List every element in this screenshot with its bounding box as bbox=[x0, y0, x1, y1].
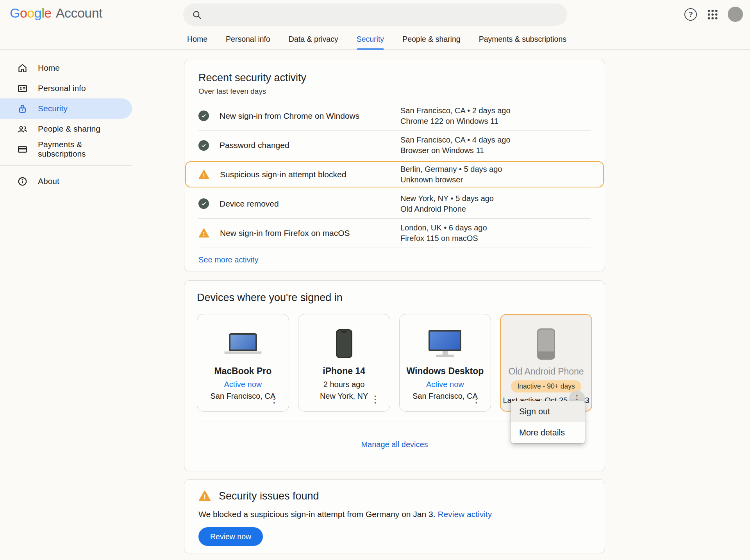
review-activity-link[interactable]: Review activity bbox=[438, 510, 492, 519]
sidebar-item-label: Payments & subscriptions bbox=[38, 140, 132, 159]
device-menu-button[interactable]: ⋮ bbox=[367, 391, 384, 407]
sidebar-item-label: About bbox=[38, 177, 59, 186]
google-account-logo[interactable]: Google Account bbox=[10, 5, 102, 21]
manage-all-devices-link[interactable]: Manage all devices bbox=[361, 440, 428, 449]
logo-account-label: Account bbox=[56, 5, 102, 21]
activity-row[interactable]: New sign-in from Firefox on macOS London… bbox=[198, 218, 591, 248]
sidebar-item-personal-info[interactable]: Personal info bbox=[0, 78, 132, 98]
check-icon bbox=[198, 140, 209, 151]
laptop-icon bbox=[224, 328, 262, 360]
check-icon bbox=[198, 198, 209, 209]
inactive-badge: Inactive - 90+ days bbox=[511, 380, 581, 392]
sidebar-item-about[interactable]: About bbox=[0, 171, 132, 191]
tab-security[interactable]: Security bbox=[357, 29, 384, 50]
device-name: Windows Desktop bbox=[406, 366, 484, 376]
activity-row-highlighted[interactable]: Suspicious sign-in attempt blocked Berli… bbox=[185, 161, 604, 187]
desktop-icon bbox=[429, 328, 461, 360]
sidebar-divider bbox=[0, 165, 132, 166]
review-now-button[interactable]: Review now bbox=[198, 527, 263, 546]
device-card-old-android[interactable]: Old Android Phone Inactive - 90+ days La… bbox=[500, 314, 592, 412]
device-status: Active now bbox=[224, 380, 262, 389]
tab-home[interactable]: Home bbox=[187, 29, 207, 50]
recent-security-activity-card: Recent security activity Over last feven… bbox=[184, 60, 605, 271]
device-status: 2 hours ago bbox=[323, 380, 365, 389]
search-icon bbox=[192, 10, 202, 20]
activity-meta-location: London, UK • 6 days ago bbox=[400, 223, 591, 233]
search-bar[interactable] bbox=[183, 4, 567, 26]
sidebar-item-people-sharing[interactable]: People & sharing bbox=[0, 119, 132, 139]
activity-label: Suspicious sign-in attempt blocked bbox=[220, 170, 346, 179]
people-icon bbox=[17, 124, 28, 134]
activity-meta-detail: Unknown browser bbox=[400, 175, 591, 185]
activity-meta-detail: Browser on Windows 11 bbox=[400, 145, 591, 156]
tab-data-privacy[interactable]: Data & privacy bbox=[289, 29, 338, 50]
menu-item-more-details[interactable]: More details bbox=[511, 422, 585, 443]
logo-letter: G bbox=[10, 5, 20, 21]
id-card-icon bbox=[17, 83, 28, 94]
main-content: Recent security activity Over last feven… bbox=[184, 50, 605, 553]
warning-icon bbox=[198, 490, 211, 502]
security-issues-card: Security issues found We blocked a suspi… bbox=[184, 479, 605, 553]
avatar[interactable] bbox=[728, 7, 743, 22]
phone-icon bbox=[336, 328, 352, 360]
device-card-windows-desktop[interactable]: Windows Desktop Active now San Francisco… bbox=[399, 314, 491, 412]
tab-payments-subscriptions[interactable]: Payments & subscriptions bbox=[479, 29, 566, 50]
help-icon[interactable]: ? bbox=[684, 8, 697, 21]
logo-letter: o bbox=[27, 5, 34, 21]
sidebar-item-payments-subscriptions[interactable]: Payments & subscriptions bbox=[0, 139, 132, 159]
logo-letter: e bbox=[44, 5, 51, 21]
warning-icon bbox=[198, 169, 209, 180]
activity-label: New sign-in from Firefox on macOS bbox=[220, 228, 350, 238]
devices-title: Devices where you're signed in bbox=[197, 292, 592, 304]
device-name: MacBook Pro bbox=[214, 366, 271, 376]
sidebar-item-label: People & sharing bbox=[38, 124, 100, 134]
apps-grid-icon[interactable] bbox=[707, 9, 718, 20]
activity-meta-location: San Francisco, CA • 4 days ago bbox=[400, 135, 591, 145]
sidebar-item-label: Security bbox=[38, 104, 68, 113]
activity-label: Password changed bbox=[220, 141, 289, 150]
device-context-menu: Sign out More details bbox=[511, 401, 585, 443]
tab-personal-info[interactable]: Personal info bbox=[226, 29, 270, 50]
home-icon bbox=[17, 63, 28, 73]
tab-people-sharing[interactable]: People & sharing bbox=[402, 29, 461, 50]
device-location: New York, NY bbox=[320, 392, 368, 401]
lock-icon bbox=[17, 103, 28, 114]
activity-meta-location: New York, NY • 5 days ago bbox=[400, 193, 591, 204]
tabs-bar: Home Personal info Data & privacy Securi… bbox=[0, 29, 750, 50]
sidebar-item-label: Home bbox=[38, 63, 60, 73]
check-icon bbox=[198, 111, 209, 121]
info-icon bbox=[17, 176, 28, 187]
activity-label: New sign-in from Chrome on Windows bbox=[220, 111, 359, 121]
recent-activity-subtitle: Over last feven days bbox=[198, 87, 591, 96]
device-menu-button[interactable]: ⋮ bbox=[266, 391, 282, 407]
logo-letter: o bbox=[20, 5, 27, 21]
search-input[interactable] bbox=[208, 10, 559, 19]
activity-meta-location: San Francisco, CA • 2 days ago bbox=[400, 105, 591, 116]
activity-meta-detail: Firefox 115 on macOS bbox=[400, 233, 591, 244]
android-phone-icon bbox=[537, 328, 555, 360]
warning-icon bbox=[198, 228, 209, 239]
device-card-macbook[interactable]: MacBook Pro Active now San Francisco, CA… bbox=[197, 314, 289, 412]
device-name: iPhone 14 bbox=[323, 366, 365, 376]
credit-card-icon bbox=[17, 144, 28, 155]
app-header: Google Account ? bbox=[0, 0, 750, 29]
menu-item-sign-out[interactable]: Sign out bbox=[511, 401, 585, 422]
logo-letter: l bbox=[41, 5, 44, 21]
sidebar: Home Personal info Security People & sha… bbox=[0, 50, 132, 191]
device-status: Active now bbox=[426, 380, 464, 389]
logo-letter: g bbox=[34, 5, 41, 21]
activity-row[interactable]: New sign-in from Chrome on Windows San F… bbox=[198, 101, 591, 130]
device-menu-button[interactable]: ⋮ bbox=[468, 391, 484, 407]
activity-meta-detail: Old Android Phone bbox=[400, 204, 591, 214]
device-card-iphone[interactable]: iPhone 14 2 hours ago New York, NY ⋮ bbox=[298, 314, 390, 412]
recent-activity-title: Recent security activity bbox=[198, 72, 591, 84]
activity-row[interactable]: Device removed New York, NY • 5 days ago… bbox=[198, 189, 591, 218]
security-issues-title: Security issues found bbox=[219, 490, 319, 502]
sidebar-item-home[interactable]: Home bbox=[0, 58, 132, 78]
security-issues-message: We blocked a suspicious sign-in attempt … bbox=[198, 510, 436, 519]
activity-row[interactable]: Password changed San Francisco, CA • 4 d… bbox=[198, 130, 591, 160]
activity-meta-detail: Chrome 122 on Windows 11 bbox=[400, 116, 591, 127]
see-more-activity-link[interactable]: See more activity bbox=[198, 255, 258, 264]
sidebar-item-security[interactable]: Security bbox=[0, 98, 132, 119]
sidebar-item-label: Personal info bbox=[38, 84, 86, 93]
